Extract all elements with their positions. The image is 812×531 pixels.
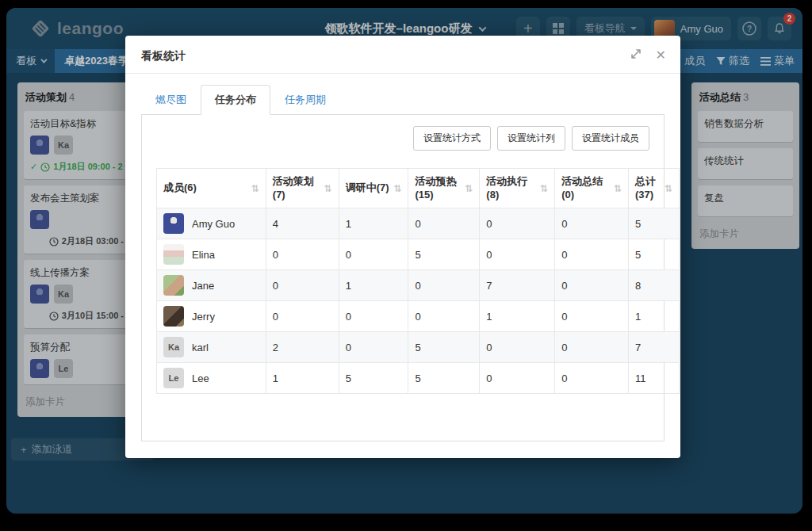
count-cell: 0 (408, 301, 480, 332)
member-name: Jane (192, 280, 214, 292)
member-cell-wrap: Jerry (157, 301, 266, 332)
sort-icon[interactable]: ⇅ (540, 183, 548, 194)
table-row: Elina005005 (157, 239, 680, 270)
member-avatar (163, 244, 184, 265)
app-window: leangoo 领歌软件开发–leangoo研发 + 看板导航 Am (6, 8, 802, 514)
stats-settings-buttons: 设置统计方式设置统计列设置统计成员 (156, 126, 649, 151)
stats-tabs: 燃尽图任务分布任务周期 (141, 85, 665, 115)
table-row: Jane010708 (157, 270, 680, 301)
count-cell: 0 (480, 332, 555, 363)
count-cell: 0 (266, 301, 339, 332)
count-cell: 0 (408, 208, 480, 239)
count-cell: 5 (339, 363, 408, 394)
member-name: Amy Guo (192, 218, 235, 230)
tab-2[interactable]: 任务分布 (201, 85, 270, 115)
modal-title: 看板统计 (141, 49, 186, 62)
count-cell: 0 (266, 239, 339, 270)
count-cell: 0 (555, 270, 629, 301)
sort-icon[interactable]: ⇅ (324, 183, 332, 194)
column-header-label: 总计(37) (635, 175, 661, 201)
member-avatar (163, 275, 184, 296)
column-header-label: 活动总结(0) (561, 175, 611, 201)
column-header: 活动总结(0)⇅ (555, 169, 629, 208)
sort-icon[interactable]: ⇅ (665, 183, 672, 194)
board-stats-modal: 看板统计 ✕ 燃尽图任务分布任务周期 设置统计方式设置统计列设置统计成员 成员(… (125, 36, 680, 458)
stats-setting-button-3[interactable]: 设置统计成员 (572, 126, 649, 151)
member-avatar (163, 306, 184, 327)
table-row: Jerry000101 (157, 301, 680, 332)
count-cell: 1 (339, 270, 408, 301)
count-cell: 0 (555, 239, 629, 270)
count-cell: 0 (555, 208, 629, 239)
count-cell: 1 (266, 363, 339, 394)
member-cell-wrap: LeLee (157, 363, 266, 394)
count-cell: 0 (555, 301, 629, 332)
count-cell: 0 (339, 332, 408, 363)
modal-header: 看板统计 ✕ (125, 36, 680, 74)
count-cell: 0 (555, 332, 629, 363)
member-avatar: Le (163, 368, 184, 388)
count-cell: 0 (480, 363, 555, 394)
count-cell: 5 (408, 332, 480, 363)
column-header: 总计(37)⇅ (628, 169, 679, 208)
count-cell: 1 (339, 208, 408, 239)
member-avatar: Ka (163, 337, 184, 357)
count-cell: 2 (266, 332, 339, 363)
count-cell: 0 (266, 270, 339, 301)
tab-3[interactable]: 任务周期 (270, 85, 340, 115)
sort-icon[interactable]: ⇅ (393, 183, 401, 194)
member-cell-wrap: Elina (157, 239, 266, 270)
member-name: Lee (192, 372, 209, 384)
count-cell: 8 (628, 270, 679, 301)
stats-setting-button-2[interactable]: 设置统计列 (497, 126, 565, 151)
stats-setting-button-1[interactable]: 设置统计方式 (413, 126, 491, 151)
expand-icon[interactable] (630, 48, 642, 62)
count-cell: 1 (480, 301, 555, 332)
member-cell: LeLee (163, 368, 259, 388)
count-cell: 5 (628, 208, 679, 239)
count-cell: 4 (266, 208, 339, 239)
column-header: 成员(6)⇅ (157, 169, 266, 208)
task-distribution-table: 成员(6)⇅活动策划(7)⇅调研中(7)⇅活动预热(15)⇅活动执行(8)⇅活动… (156, 168, 680, 394)
count-cell: 1 (628, 301, 679, 332)
column-header-label: 成员(6) (163, 181, 197, 194)
member-name: Jerry (192, 311, 215, 323)
count-cell: 7 (628, 332, 679, 363)
count-cell: 5 (408, 363, 480, 394)
member-cell: Amy Guo (163, 213, 259, 234)
count-cell: 5 (628, 239, 679, 270)
count-cell: 0 (555, 363, 629, 394)
column-header-label: 调研中(7) (346, 181, 389, 194)
count-cell: 0 (408, 270, 480, 301)
member-cell-wrap: Amy Guo (157, 208, 266, 239)
count-cell: 0 (339, 239, 408, 270)
count-cell: 5 (408, 239, 480, 270)
member-cell-wrap: Jane (157, 270, 266, 301)
member-avatar (163, 213, 184, 234)
member-cell-wrap: Kakarl (157, 332, 266, 363)
column-header: 活动策划(7)⇅ (266, 169, 339, 208)
count-cell: 7 (480, 270, 555, 301)
count-cell: 11 (628, 363, 679, 394)
member-cell: Kakarl (163, 337, 259, 357)
member-name: karl (192, 342, 209, 353)
column-header: 调研中(7)⇅ (339, 169, 408, 208)
member-cell: Jerry (163, 306, 259, 327)
column-header-label: 活动预热(15) (415, 175, 462, 201)
tab-1[interactable]: 燃尽图 (141, 85, 201, 115)
close-icon[interactable]: ✕ (656, 49, 666, 62)
sort-icon[interactable]: ⇅ (614, 183, 622, 194)
column-header-label: 活动执行(8) (486, 175, 537, 201)
count-cell: 0 (339, 301, 408, 332)
count-cell: 0 (480, 239, 555, 270)
count-cell: 0 (480, 208, 555, 239)
member-name: Elina (192, 249, 215, 261)
column-header: 活动执行(8)⇅ (480, 169, 555, 208)
sort-icon[interactable]: ⇅ (465, 183, 473, 194)
table-row: LeLee1550011 (157, 363, 680, 394)
member-cell: Jane (163, 275, 259, 296)
table-row: Kakarl205007 (157, 332, 680, 363)
member-cell: Elina (163, 244, 259, 265)
sort-icon[interactable]: ⇅ (251, 183, 259, 194)
column-header: 活动预热(15)⇅ (408, 169, 480, 208)
